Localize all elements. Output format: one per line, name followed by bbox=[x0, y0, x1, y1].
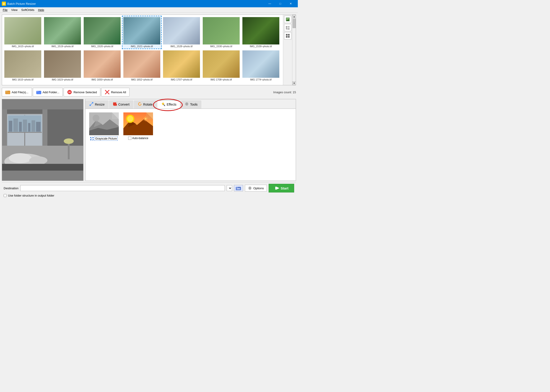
tab-rotate[interactable]: Rotate bbox=[134, 100, 156, 109]
svg-rect-67 bbox=[236, 187, 238, 188]
menu-view[interactable]: View bbox=[9, 8, 19, 12]
svg-rect-32 bbox=[9, 121, 12, 132]
toolbar: Add File(s)... Add Folder... Remove Sele… bbox=[2, 87, 296, 98]
tab-convert[interactable]: Convert bbox=[109, 100, 133, 109]
destination-input[interactable] bbox=[20, 185, 225, 191]
remove-selected-label: Remove Selected bbox=[73, 91, 97, 94]
gallery-item-1650[interactable]: IMG 1650~photo.tif bbox=[82, 49, 122, 82]
gallery-item-1615-r1[interactable]: IMG_1615~photo.tif bbox=[3, 16, 43, 49]
view-large-icon[interactable] bbox=[284, 16, 292, 23]
gallery-label: IMG_1615~photo.tif bbox=[12, 45, 34, 48]
gallery-item-1528[interactable]: IMG_1528~photo.tif bbox=[162, 16, 201, 49]
svg-rect-45 bbox=[2, 164, 83, 171]
folder-structure-checkbox[interactable] bbox=[4, 194, 7, 197]
view-grid-icon[interactable] bbox=[284, 32, 292, 39]
svg-marker-72 bbox=[276, 187, 279, 190]
main-container: IMG_1615~photo.tif IMG_1519~photo.tif IM… bbox=[0, 13, 298, 200]
minimize-button[interactable]: — bbox=[265, 0, 275, 7]
auto-balance-label: Auto-balance bbox=[132, 137, 148, 140]
remove-selected-button[interactable]: Remove Selected bbox=[64, 88, 100, 97]
remove-all-button[interactable]: Remove All bbox=[101, 88, 130, 97]
gallery-item-1521[interactable]: IMG_1521~photo.tif bbox=[122, 16, 162, 49]
tab-resize-label: Resize bbox=[95, 103, 105, 106]
start-label: Start bbox=[281, 186, 288, 190]
add-files-button[interactable]: Add File(s)... bbox=[2, 88, 32, 97]
gallery-label: IMG 1707~photo.tif bbox=[171, 78, 192, 81]
gallery-item-1530[interactable]: IMG_1530~photo.tif bbox=[201, 16, 241, 49]
svg-rect-10 bbox=[288, 34, 290, 35]
gallery-thumb bbox=[203, 50, 240, 78]
scrollbar-down-button[interactable]: ▼ bbox=[292, 81, 296, 85]
svg-point-62 bbox=[127, 116, 133, 122]
svg-rect-4 bbox=[287, 27, 290, 27]
svg-rect-3 bbox=[286, 26, 287, 27]
destination-label: Destination bbox=[4, 187, 19, 190]
gallery-thumb bbox=[4, 50, 41, 78]
menu-softorbits[interactable]: SoftOrbits bbox=[19, 8, 36, 12]
svg-rect-15 bbox=[6, 91, 7, 91]
gallery-thumb bbox=[242, 17, 279, 44]
svg-rect-6 bbox=[287, 28, 290, 28]
auto-balance-effect-card[interactable]: Auto-balance bbox=[123, 112, 153, 140]
tab-effects[interactable]: Effects bbox=[157, 100, 180, 109]
gallery-scrollbar[interactable]: ▲ ▼ bbox=[292, 15, 296, 85]
options-label: Options bbox=[253, 187, 264, 190]
tab-tools[interactable]: Tools bbox=[181, 100, 202, 109]
menu-bar: File View SoftOrbits Help bbox=[0, 7, 298, 13]
add-folder-button[interactable]: Add Folder... bbox=[33, 88, 63, 97]
gallery-thumb bbox=[4, 17, 41, 44]
gallery-label: IMG_1539~photo.tif bbox=[250, 45, 272, 48]
remove-selected-icon bbox=[67, 90, 72, 95]
svg-rect-47 bbox=[114, 104, 117, 105]
gallery-item-1520[interactable]: IMG_1520~photo.tif bbox=[82, 16, 122, 49]
close-button[interactable]: ✕ bbox=[285, 0, 296, 7]
svg-rect-11 bbox=[286, 36, 287, 38]
gallery-item-1652[interactable]: IMG 1652~photo.tif bbox=[122, 49, 162, 82]
svg-point-41 bbox=[9, 153, 31, 163]
destination-dropdown[interactable] bbox=[227, 185, 232, 191]
svg-rect-18 bbox=[37, 91, 39, 92]
destination-folder-button[interactable] bbox=[234, 185, 243, 191]
gallery-thumb bbox=[242, 50, 279, 78]
scrollbar-up-button[interactable]: ▲ bbox=[292, 15, 296, 19]
convert-icon bbox=[113, 102, 117, 107]
svg-rect-9 bbox=[286, 34, 287, 35]
grayscale-checkbox[interactable]: ✓ bbox=[90, 137, 93, 140]
gallery-label: IMG 1615~photo.tif bbox=[12, 78, 34, 81]
images-count: Images count: 15 bbox=[273, 91, 296, 94]
gallery-thumb bbox=[84, 50, 121, 78]
tab-resize[interactable]: Resize bbox=[85, 100, 109, 109]
gallery-item-1774[interactable]: IMG 1774~photo.tif bbox=[241, 49, 281, 82]
grayscale-effect-card[interactable]: ✓ Grayscale Picture bbox=[89, 112, 119, 141]
maximize-button[interactable]: □ bbox=[275, 0, 285, 7]
gallery-label: IMG 1652~photo.tif bbox=[131, 78, 153, 81]
auto-balance-checkbox[interactable] bbox=[128, 137, 131, 140]
gallery-item-1539[interactable]: IMG_1539~photo.tif bbox=[241, 16, 281, 49]
scrollbar-thumb[interactable] bbox=[292, 19, 296, 28]
title-bar: 🖼 Batch Picture Resizer — □ ✕ bbox=[0, 0, 298, 7]
gallery-scroll[interactable]: IMG_1615~photo.tif IMG_1519~photo.tif IM… bbox=[2, 15, 283, 85]
svg-line-50 bbox=[164, 105, 165, 106]
svg-rect-36 bbox=[28, 123, 30, 132]
folder-structure-row: Use folder structure in output folder bbox=[4, 194, 294, 197]
gallery-item-1707[interactable]: IMG 1707~photo.tif bbox=[162, 49, 201, 82]
remove-all-icon bbox=[105, 90, 110, 95]
bottom-bar: Destination Options Start bbox=[2, 182, 296, 199]
gallery-item-1519[interactable]: IMG_1519~photo.tif bbox=[43, 16, 82, 49]
gallery-label: IMG 1650~photo.tif bbox=[91, 78, 113, 81]
tab-rotate-label: Rotate bbox=[143, 103, 153, 106]
scrollbar-track bbox=[292, 19, 296, 81]
view-list-icon[interactable] bbox=[284, 24, 292, 31]
menu-file[interactable]: File bbox=[1, 8, 9, 12]
options-button[interactable]: Options bbox=[245, 185, 267, 192]
gallery-item-1615-r2[interactable]: IMG 1615~photo.tif bbox=[3, 49, 43, 82]
svg-rect-37 bbox=[31, 120, 35, 132]
gallery-item-1708[interactable]: IMG 1708~photo.tif bbox=[201, 49, 241, 82]
start-button[interactable]: Start bbox=[269, 184, 294, 192]
title-bar-controls: — □ ✕ bbox=[265, 0, 296, 7]
svg-rect-8 bbox=[287, 29, 290, 29]
gallery-item-1623[interactable]: IMG 1623~photo.tif bbox=[43, 49, 82, 82]
add-folder-label: Add Folder... bbox=[43, 91, 60, 94]
gallery-thumb bbox=[44, 17, 81, 44]
menu-help[interactable]: Help bbox=[36, 8, 46, 12]
